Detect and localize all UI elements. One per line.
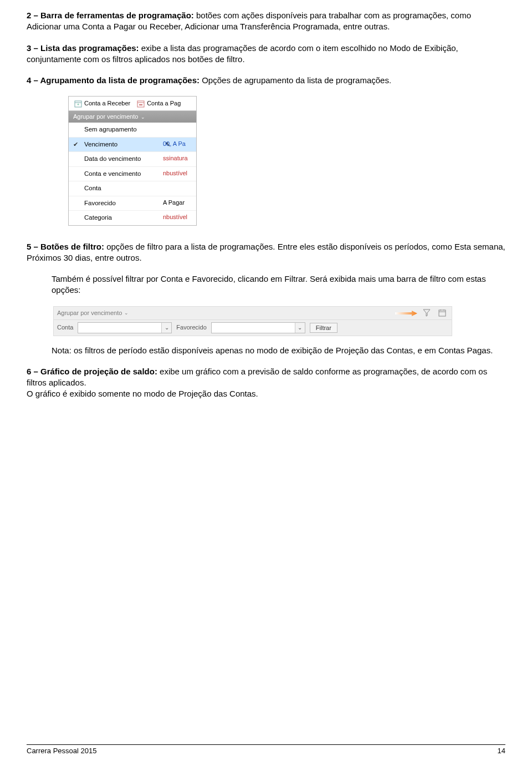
svg-marker-6 xyxy=(395,311,417,316)
behind-text: A Pagar xyxy=(163,199,196,207)
footer-left: Carrera Pessoal 2015 xyxy=(27,746,96,756)
footer-page-number: 14 xyxy=(498,746,505,756)
tab-conta-pagar[interactable]: Conta a Pag xyxy=(134,99,184,108)
svg-rect-8 xyxy=(439,310,446,316)
para-2-title: 2 – Barra de ferramentas de programação: xyxy=(27,11,196,20)
tab-bar: + Conta a Receber Conta a Pag xyxy=(69,97,196,111)
group-option-data-vencimento[interactable]: Data do vencimento ssinatura xyxy=(69,152,196,167)
conta-input[interactable] xyxy=(78,323,161,333)
favorecido-input[interactable] xyxy=(212,323,295,333)
conta-combo[interactable]: ⌄ xyxy=(78,322,172,333)
svg-marker-7 xyxy=(423,310,430,316)
para-item-3: 3 – Lista das programações: exibe a list… xyxy=(27,43,505,65)
para-4-title: 4 – Agrupamento da lista de programações… xyxy=(27,75,202,85)
option-label: Vencimento xyxy=(84,141,117,148)
favorecido-label: Favorecido xyxy=(176,323,206,332)
group-option-vencimento[interactable]: ✔ Vencimento ↖ 00, A Pa xyxy=(69,138,196,153)
para-item-4: 4 – Agrupamento da lista de programações… xyxy=(27,75,505,86)
group-options-list: Sem agrupamento ✔ Vencimento ↖ 00, A Pa … xyxy=(69,123,196,225)
group-option-categoria[interactable]: Categoria nbustível xyxy=(69,211,196,225)
tab-conta-receber[interactable]: + Conta a Receber xyxy=(71,99,134,108)
behind-text: ssinatura xyxy=(163,154,196,163)
behind-text: nbustível xyxy=(163,169,196,177)
arrow-callout-icon xyxy=(395,310,417,316)
funnel-icon[interactable] xyxy=(421,308,433,318)
group-option-conta[interactable]: Conta xyxy=(69,181,196,196)
favorecido-combo[interactable]: ⌄ xyxy=(211,322,305,333)
para-5-title: 5 – Botões de filtro: xyxy=(27,242,106,251)
page-footer: Carrera Pessoal 2015 14 xyxy=(27,744,505,756)
option-label: Data do vencimento xyxy=(84,155,141,162)
para-6a: O gráfico é exibido somente no modo de P… xyxy=(27,388,505,399)
check-icon: ✔ xyxy=(73,140,78,149)
group-option-conta-vencimento[interactable]: Conta e vencimento nbustível xyxy=(69,167,196,182)
option-label: Favorecido xyxy=(84,200,116,206)
chevron-down-icon: ⌄ xyxy=(141,114,145,120)
filter-bar-bottom-row: Conta ⌄ Favorecido ⌄ Filtrar xyxy=(54,320,452,336)
tab-label: Conta a Pag xyxy=(147,99,181,108)
filter-bar-screenshot: Agrupar por vencimento ⌄ Conta ⌄ Favorec… xyxy=(53,306,452,336)
grouping-dropdown-screenshot: + Conta a Receber Conta a Pag Agrupar po… xyxy=(68,96,197,225)
option-label: Categoria xyxy=(84,214,112,221)
chevron-down-icon[interactable]: ⌄ xyxy=(161,323,171,333)
filtrar-button[interactable]: Filtrar xyxy=(310,323,337,333)
para-item-5: 5 – Botões de filtro: opções de filtro p… xyxy=(27,241,505,264)
calendar-plus-icon: + xyxy=(74,100,82,108)
chevron-down-icon: ⌄ xyxy=(124,310,129,316)
conta-label: Conta xyxy=(57,323,73,332)
tab-label: Conta a Receber xyxy=(84,99,130,108)
para-5-note: Nota: os filtros de período estão dispon… xyxy=(27,345,505,356)
option-label: Sem agrupamento xyxy=(84,126,137,133)
group-by-label: Agrupar por vencimento xyxy=(73,113,138,121)
calendar-minus-icon xyxy=(137,100,145,108)
option-label: Conta xyxy=(84,185,101,191)
group-option-favorecido[interactable]: Favorecido A Pagar xyxy=(69,196,196,211)
chevron-down-icon[interactable]: ⌄ xyxy=(295,323,305,333)
filter-bar-top-row: Agrupar por vencimento ⌄ xyxy=(54,307,452,320)
svg-text:+: + xyxy=(77,103,79,106)
para-4-text: Opções de agrupamento da lista de progra… xyxy=(202,75,391,85)
para-5a: Também é possível filtrar por Conta e Fa… xyxy=(27,273,505,296)
para-item-2: 2 – Barra de ferramentas de programação:… xyxy=(27,10,505,33)
behind-text: nbustível xyxy=(163,213,196,221)
option-label: Conta e vencimento xyxy=(84,170,141,177)
group-by-dropdown[interactable]: Agrupar por vencimento ⌄ xyxy=(57,309,129,317)
group-by-header[interactable]: Agrupar por vencimento ⌄ xyxy=(69,111,196,123)
para-6-title: 6 – Gráfico de projeção de saldo: xyxy=(27,367,160,376)
svg-rect-3 xyxy=(137,101,144,107)
para-item-6: 6 – Gráfico de projeção de saldo: exibe … xyxy=(27,366,505,389)
group-by-label: Agrupar por vencimento xyxy=(57,309,122,317)
para-3-title: 3 – Lista das programações: xyxy=(27,43,141,53)
calendar-icon[interactable] xyxy=(436,308,448,318)
group-option-sem-agrupamento[interactable]: Sem agrupamento xyxy=(69,123,196,138)
behind-text: 00, A Pa xyxy=(163,140,196,148)
